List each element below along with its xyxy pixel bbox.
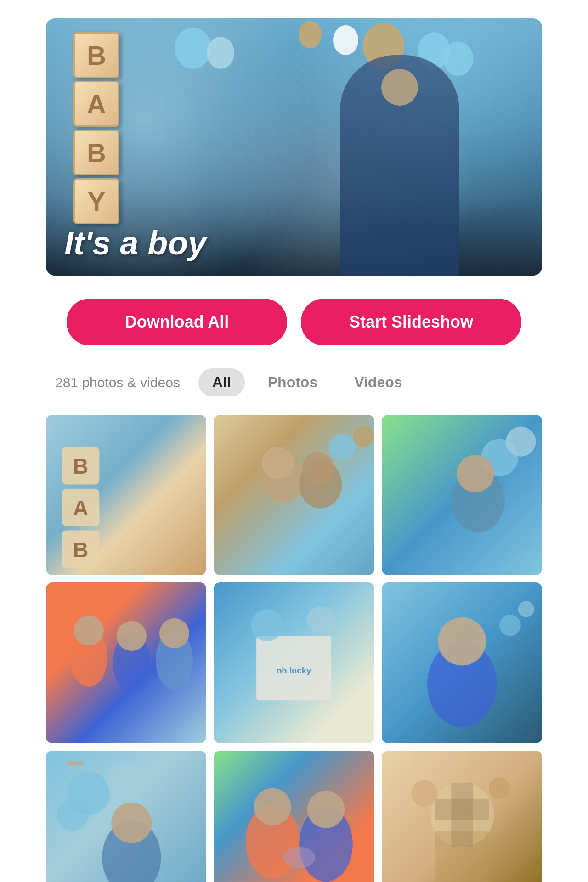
svg-point-29 [518, 601, 534, 617]
photo-cell-6[interactable] [382, 582, 542, 743]
photo-cell-8[interactable] [214, 751, 374, 882]
svg-point-31 [107, 764, 145, 802]
svg-point-11 [353, 425, 374, 447]
svg-point-44 [489, 777, 510, 799]
photo-detail-9 [382, 751, 542, 882]
svg-point-17 [74, 616, 104, 646]
block-a: A [74, 81, 119, 127]
svg-point-27 [438, 617, 486, 666]
svg-point-43 [411, 780, 438, 807]
svg-point-41 [430, 783, 494, 847]
baby-blocks: B A B Y [74, 32, 119, 224]
photo-cell-1[interactable]: B A B [46, 415, 206, 575]
svg-point-39 [307, 791, 345, 828]
svg-point-18 [113, 633, 151, 692]
photo-cell-2[interactable] [214, 415, 374, 575]
photo-detail-3 [382, 415, 542, 575]
svg-point-15 [457, 455, 494, 492]
photo-detail-1: B A B [46, 415, 206, 575]
svg-point-16 [70, 628, 107, 687]
svg-point-20 [156, 631, 193, 690]
person-head [381, 69, 418, 106]
hero-image: B A B Y It's a boy [46, 18, 542, 276]
svg-point-13 [506, 427, 536, 457]
svg-point-7 [300, 460, 342, 509]
filter-tabs: All Photos Videos [198, 368, 416, 396]
photo-cell-7[interactable] [46, 751, 206, 882]
tab-videos[interactable]: Videos [340, 368, 416, 396]
block-b1: B [74, 32, 119, 78]
photo-cell-4[interactable] [46, 582, 206, 743]
block-b2: B [74, 130, 119, 175]
download-all-button[interactable]: Download All [67, 299, 287, 345]
filter-row: 281 photos & videos All Photos Videos [46, 368, 542, 396]
svg-rect-0 [62, 447, 100, 485]
balloon-1 [175, 28, 211, 69]
svg-point-25 [307, 607, 334, 633]
svg-point-24 [251, 610, 283, 642]
svg-point-30 [68, 772, 110, 814]
hero-title: It's a boy [64, 224, 206, 262]
svg-rect-45 [451, 783, 473, 847]
svg-point-34 [111, 803, 152, 843]
balloon-6 [443, 41, 473, 76]
svg-rect-4 [62, 531, 100, 568]
svg-point-6 [262, 455, 305, 503]
photo-cell-3[interactable] [382, 415, 542, 575]
svg-point-38 [300, 807, 353, 882]
photo-cell-9[interactable] [382, 751, 542, 882]
photo-detail-4 [46, 582, 206, 743]
photo-detail-5: oh lucky [214, 582, 374, 743]
person-silhouette [340, 55, 459, 276]
tab-photos[interactable]: Photos [254, 368, 331, 396]
svg-point-10 [329, 434, 356, 460]
svg-point-32 [57, 798, 89, 831]
photo-count: 281 photos & videos [55, 375, 180, 390]
svg-point-8 [262, 447, 294, 479]
svg-point-12 [481, 439, 518, 476]
tab-all[interactable]: All [198, 368, 245, 396]
button-row: Download All Start Slideshow [46, 299, 542, 345]
svg-point-28 [499, 615, 521, 636]
svg-point-40 [283, 847, 316, 868]
svg-point-33 [102, 820, 161, 882]
page-container: B A B Y It's a boy Download All Start Sl… [0, 18, 588, 882]
photo-detail-6 [382, 582, 542, 743]
svg-text:A: A [73, 496, 89, 520]
svg-point-37 [254, 788, 292, 825]
svg-rect-2 [62, 489, 100, 526]
svg-rect-46 [435, 798, 488, 820]
svg-point-19 [117, 621, 147, 651]
svg-rect-22 [256, 636, 331, 701]
balloon-2 [207, 37, 234, 69]
balloon-5 [333, 25, 358, 55]
svg-text:B: B [73, 454, 89, 478]
start-slideshow-button[interactable]: Start Slideshow [301, 299, 521, 345]
svg-text:B: B [73, 538, 89, 562]
balloon-7 [299, 21, 322, 48]
svg-point-21 [159, 618, 189, 648]
hero-section: B A B Y It's a boy [46, 18, 542, 276]
photo-detail-7 [46, 751, 206, 882]
photo-grid: B A B [46, 415, 542, 882]
photo-detail-2 [214, 415, 374, 575]
svg-text:oh lucky: oh lucky [277, 666, 311, 675]
photo-cell-5[interactable]: oh lucky [214, 582, 374, 743]
svg-point-14 [451, 468, 504, 532]
svg-rect-35 [68, 761, 84, 765]
block-y: Y [74, 178, 119, 224]
svg-point-26 [427, 641, 497, 727]
svg-point-9 [302, 452, 334, 485]
photo-detail-8 [214, 751, 374, 882]
svg-point-36 [246, 804, 299, 879]
svg-rect-42 [435, 831, 488, 882]
